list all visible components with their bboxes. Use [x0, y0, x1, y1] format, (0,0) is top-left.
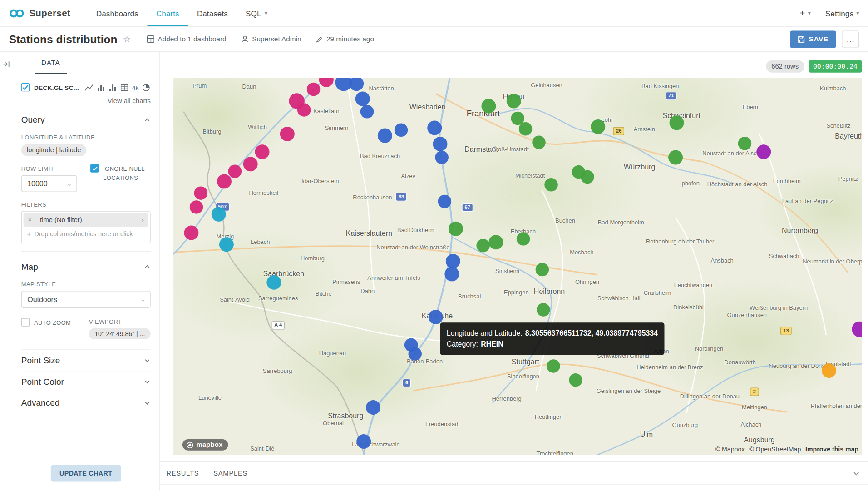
expand-filter-icon[interactable]: ›	[142, 216, 144, 224]
superset-logo[interactable]: Superset	[9, 0, 71, 26]
map-point[interactable]	[581, 170, 594, 184]
more-options-button[interactable]: …	[842, 30, 859, 48]
map-point[interactable]	[670, 116, 684, 130]
chart-header: Stations distribution ☆ Added to 1 dashb…	[0, 27, 868, 52]
ignore-null-checkbox[interactable]	[90, 164, 99, 172]
map-point[interactable]	[429, 310, 443, 324]
nav-item-sql[interactable]: SQL▾	[237, 0, 276, 26]
table-icon[interactable]	[120, 84, 128, 91]
selected-viz-checkbox-icon[interactable]	[21, 83, 30, 91]
map-style-select[interactable]: Outdoors ⌄	[21, 291, 151, 308]
collapse-panel-icon[interactable]	[2, 60, 11, 69]
map-point[interactable]	[298, 103, 311, 116]
viz-4k-icon[interactable]: 4k	[132, 84, 138, 91]
nav-item-datasets[interactable]: Datasets	[188, 0, 237, 26]
map-point[interactable]	[433, 137, 447, 151]
map-point[interactable]	[212, 207, 226, 221]
map-attribution: © Mapbox © OpenStreetMap Improve this ma…	[715, 446, 858, 453]
section-advanced[interactable]: Advanced	[21, 392, 151, 413]
pie-chart-icon[interactable]	[143, 84, 150, 91]
time-filter-chip[interactable]: × _time (No filter) ›	[24, 213, 148, 226]
map-point[interactable]	[409, 347, 422, 360]
map-point[interactable]	[738, 137, 751, 150]
map-point[interactable]	[547, 359, 560, 372]
map-point[interactable]	[517, 232, 530, 245]
section-point-size[interactable]: Point Size	[21, 349, 151, 371]
nav-item-label: Charts	[156, 9, 179, 18]
update-chart-button[interactable]: UPDATE CHART	[50, 465, 121, 482]
map-point[interactable]	[435, 150, 449, 164]
map-point[interactable]	[243, 157, 258, 171]
map-point[interactable]	[488, 235, 503, 250]
nav-item-dashboards[interactable]: Dashboards	[87, 0, 147, 26]
map-point[interactable]	[591, 119, 606, 134]
map-point[interactable]	[189, 200, 202, 213]
map-point[interactable]	[446, 254, 460, 268]
tab-samples[interactable]: SAMPLES	[213, 469, 247, 477]
map-point[interactable]	[822, 363, 836, 378]
collapse-results-icon[interactable]	[853, 469, 860, 477]
last-modified-badge[interactable]: 29 minutes ago	[316, 35, 374, 43]
map-point[interactable]	[438, 195, 451, 208]
map-section-header[interactable]: Map	[21, 262, 151, 272]
nav-item-label: SQL	[246, 9, 261, 18]
drop-columns-area[interactable]: + Drop columns/metrics here or click	[24, 227, 148, 241]
map-point[interactable]	[184, 225, 199, 240]
mapbox-attribution-link[interactable]: © Mapbox	[715, 446, 745, 453]
map-point[interactable]	[194, 186, 207, 199]
viz-type-label[interactable]: DECK.GL SC...	[34, 84, 79, 91]
map-point[interactable]	[506, 94, 521, 109]
map-point[interactable]	[427, 121, 442, 135]
favorite-star-icon[interactable]: ☆	[123, 34, 131, 44]
map-point[interactable]	[756, 145, 771, 159]
auto-zoom-checkbox[interactable]	[21, 318, 30, 326]
lonlat-chip[interactable]: longitude | latitude	[21, 144, 87, 156]
map-point[interactable]	[219, 237, 234, 252]
bar-chart-icon[interactable]	[97, 84, 104, 91]
map-point[interactable]	[306, 83, 320, 96]
tab-results[interactable]: RESULTS	[166, 469, 199, 477]
view-all-charts-link[interactable]: View all charts	[21, 97, 151, 105]
map-point[interactable]	[217, 174, 232, 188]
map-point[interactable]	[533, 135, 546, 149]
tab-data[interactable]: DATA	[35, 52, 67, 74]
map-point[interactable]	[545, 178, 558, 191]
map-point[interactable]	[395, 124, 408, 137]
map-point[interactable]	[449, 222, 463, 236]
owner-badge[interactable]: Superset Admin	[241, 35, 301, 43]
remove-filter-icon[interactable]: ×	[28, 216, 32, 224]
new-item-button[interactable]: + ▾	[799, 8, 811, 19]
map-point[interactable]	[356, 434, 371, 449]
osm-attribution-link[interactable]: © OpenStreetMap	[749, 446, 801, 453]
map-point[interactable]	[228, 164, 241, 178]
row-limit-select[interactable]: 10000 ⌄	[21, 175, 77, 192]
nav-item-charts[interactable]: Charts	[147, 0, 188, 26]
map-point[interactable]	[366, 400, 380, 415]
map-point[interactable]	[518, 122, 532, 135]
map-point[interactable]	[280, 127, 294, 141]
map-point[interactable]	[255, 145, 270, 159]
viewport-value-chip[interactable]: 10° 24' 49.86" | ...	[89, 328, 151, 340]
query-section-header[interactable]: Query	[21, 115, 151, 125]
settings-menu[interactable]: Settings ▾	[825, 9, 859, 18]
map-point[interactable]	[668, 150, 683, 164]
map-point[interactable]	[482, 99, 496, 113]
map-point[interactable]	[569, 373, 582, 387]
section-point-color[interactable]: Point Color	[21, 371, 151, 392]
map-point[interactable]	[444, 267, 459, 281]
map-point[interactable]	[360, 105, 373, 118]
map-point[interactable]	[378, 129, 392, 143]
map-point[interactable]	[536, 263, 549, 276]
histogram-chart-icon[interactable]	[108, 84, 116, 91]
map-canvas[interactable]: PrümDaunNastättenGelnhausenBad Kissingen…	[173, 78, 862, 455]
dashboards-badge[interactable]: Added to 1 dashboard	[147, 35, 227, 43]
map-point[interactable]	[477, 239, 490, 252]
mapbox-logo[interactable]: mapbox	[182, 439, 228, 451]
map-point[interactable]	[355, 92, 370, 106]
map-point[interactable]	[267, 275, 281, 290]
line-chart-icon[interactable]	[84, 84, 93, 91]
save-button[interactable]: SAVE	[790, 30, 836, 48]
auto-zoom-label: AUTO ZOOM	[34, 318, 71, 327]
map-point[interactable]	[537, 303, 550, 316]
improve-map-link[interactable]: Improve this map	[805, 446, 858, 453]
